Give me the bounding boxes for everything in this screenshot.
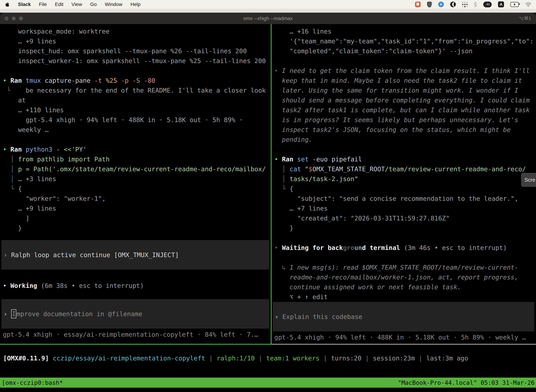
terminal-line: should send a message before completing … <box>274 95 536 105</box>
terminal-line: "created_at": "2026-03-31T11:59:27.816Z" <box>274 213 536 223</box>
terminal-line: inspect_worker-1: omx sparkshell --tmux-… <box>3 56 271 66</box>
traffic-lights <box>5 13 23 24</box>
terminal-line: … +7 lines <box>274 204 536 213</box>
terminal-line: "completed","claim_token":"claim-token"}… <box>274 46 536 56</box>
terminal-line: │ cat "$OMX_TEAM_STATE_ROOT/team/review-… <box>274 164 536 174</box>
banner-text: Ralph loop active continue [OMX_TMUX_INJ… <box>7 251 179 258</box>
terminal-line: │ … +3 lines <box>3 174 271 184</box>
terminal-line <box>274 145 536 154</box>
menu-item-edit[interactable]: Edit <box>55 2 63 7</box>
terminal-line: task2 after task1 is complete, but can I… <box>274 105 536 115</box>
terminal-line <box>3 135 271 145</box>
terminal-line: continue assigned work or next feasible … <box>274 282 536 292</box>
terminal-content: workspace_mode: worktree … +9 lines insp… <box>0 24 536 392</box>
terminal-window: omx --xhigh --madmax ⌥⌘1 workspace_mode:… <box>0 13 536 392</box>
zoom-button[interactable] <box>19 17 23 20</box>
terminal-line: • I need to get the claim token from the… <box>274 66 536 76</box>
terminal-line: [OMX#0.11.9] cczip/essay/ai-reimplementa… <box>3 353 536 363</box>
input-placeholder: Explain this codebase <box>282 313 362 320</box>
terminal-line: ↳ 1 new msg(s): read $OMX_TEAM_STATE_ROO… <box>274 263 536 272</box>
terminal-line <box>274 56 536 66</box>
terminal-line: … +16 lines <box>274 27 536 36</box>
menu-bar-left: Slack File Edit View Go Window Help <box>0 2 140 7</box>
desktop-background <box>0 9 536 13</box>
battery-icon[interactable] <box>510 2 519 7</box>
terminal-line: '{"team_name":"my-team","task_id":"1","f… <box>274 36 536 46</box>
active-app-name[interactable]: Slack <box>18 2 31 7</box>
input-placeholder: mprove documentation in @filename <box>17 310 142 317</box>
input-prompt: › <box>275 313 282 320</box>
screen-tooltip: Scre <box>521 173 536 187</box>
terminal-line: • Ran python3 - <<'PY' <box>3 145 271 154</box>
screen: Slack File Edit View Go Window Help § ..… <box>0 0 536 392</box>
terminal-line: └ be necessary for the end of the README… <box>3 85 271 95</box>
terminal-line: … +9 lines <box>3 204 271 213</box>
close-button[interactable] <box>5 17 9 20</box>
terminal-line: … +110 lines <box>3 105 271 115</box>
pane-left-output: workspace_mode: worktree … +9 lines insp… <box>0 24 271 233</box>
terminal-line: … +9 lines <box>3 36 271 46</box>
ralph-loop-banner: › Ralph loop active continue [OMX_TMUX_I… <box>1 240 269 270</box>
terminal-line: weekly … <box>3 125 271 135</box>
terminal-line: │ tasks/task-2.json" <box>274 174 536 184</box>
terminal-line: inspect task2's JSON, focusing on the st… <box>274 125 536 135</box>
text-cursor: I <box>11 309 16 318</box>
terminal-line: gpt-5.4 xhigh · 94% left · 488K in · 5.1… <box>3 115 271 125</box>
pane-right-statusline: gpt-5.4 xhigh · 94% left · 488K in · 5.1… <box>272 332 536 342</box>
terminal-line: │ from pathlib import Path <box>3 154 271 164</box>
tmux-status-bar: [omx-cczip0:bash* "MacBook-Pro-44.local"… <box>0 378 536 387</box>
omx-status-line: [OMX#0.11.9] cczip/essay/ai-reimplementa… <box>0 345 536 363</box>
window-shortcut: ⌥⌘1 <box>519 16 531 21</box>
input-source-icon[interactable]: A <box>498 1 504 7</box>
crescent-icon[interactable] <box>450 2 456 7</box>
menu-item-window[interactable]: Window <box>105 2 122 7</box>
terminal-line: is in progress? It seems likely but perh… <box>274 115 536 125</box>
terminal-line: workspace_mode: worktree <box>3 27 271 36</box>
pane-right-input[interactable]: › Explain this codebase <box>273 302 534 331</box>
terminal-line: • Ran tmux capture-pane -t %25 -p -S -80 <box>3 76 271 85</box>
terminal-line: } <box>3 223 271 233</box>
terminal-line: pending. <box>274 135 536 145</box>
wifi-icon[interactable] <box>525 2 531 7</box>
bolt-circle-icon[interactable] <box>438 2 444 7</box>
dragon-icon[interactable]: § <box>474 1 477 7</box>
terminal-line <box>274 233 536 243</box>
terminal-line: │ p = Path('.omx/state/team/review-curre… <box>3 164 271 174</box>
apple-icon[interactable] <box>5 2 10 7</box>
terminal-line: └ { <box>3 184 271 194</box>
terminal-line: keep that in mind. Maybe I also need the… <box>274 76 536 85</box>
working-status-line: • Working (6m 38s • esc to interrupt) <box>0 281 271 291</box>
pane-right[interactable]: … +16 lines '{"team_name":"my-team","tas… <box>272 24 536 344</box>
terminal-line: later. Using the same for transition mig… <box>274 85 536 95</box>
tmux-session-name[interactable]: [omx-cczip0:bash* <box>0 379 63 386</box>
count-badge-icon[interactable]: ..61 <box>483 2 492 7</box>
window-title: omx --xhigh --madmax <box>243 16 293 21</box>
terminal-line: } <box>274 223 536 233</box>
shield-icon[interactable] <box>427 1 432 7</box>
menu-bar: Slack File Edit View Go Window Help § ..… <box>0 0 536 9</box>
pane-left-input[interactable]: › Improve documentation in @filename <box>1 299 269 329</box>
terminal-line: ] <box>3 213 271 223</box>
terminal-line: ⌥ + ↑ edit <box>274 292 536 302</box>
pane-right-output: … +16 lines '{"team_name":"my-team","tas… <box>272 24 536 302</box>
menu-item-file[interactable]: File <box>39 2 47 7</box>
terminal-footer: [OMX#0.11.9] cczip/essay/ai-reimplementa… <box>0 345 536 392</box>
dots-grid-icon[interactable] <box>462 2 468 7</box>
minimize-button[interactable] <box>12 17 16 20</box>
terminal-line <box>3 66 271 76</box>
chat-app-icon[interactable] <box>415 2 421 7</box>
menu-item-view[interactable]: View <box>72 2 82 7</box>
menu-item-go[interactable]: Go <box>90 2 97 7</box>
input-prompt: › <box>4 310 11 317</box>
pane-left[interactable]: workspace_mode: worktree … +9 lines insp… <box>0 24 271 344</box>
banner-prompt: › <box>4 251 7 258</box>
terminal-line: • Working (6m 38s • esc to interrupt) <box>3 281 271 291</box>
window-titlebar[interactable]: omx --xhigh --madmax ⌥⌘1 <box>0 13 536 24</box>
terminal-line: • Waiting for background terminal (3m 46… <box>274 243 536 253</box>
terminal-line: "subject": "send a concise recommendatio… <box>274 194 536 204</box>
terminal-line: └ { <box>274 184 536 194</box>
menu-bar-status-icons: § ..61 A <box>415 1 536 7</box>
menu-item-help[interactable]: Help <box>130 2 141 7</box>
terminal-line <box>274 253 536 263</box>
pane-left-statusline: gpt-5.4 xhigh · essay/ai-reimplementatio… <box>0 330 271 340</box>
